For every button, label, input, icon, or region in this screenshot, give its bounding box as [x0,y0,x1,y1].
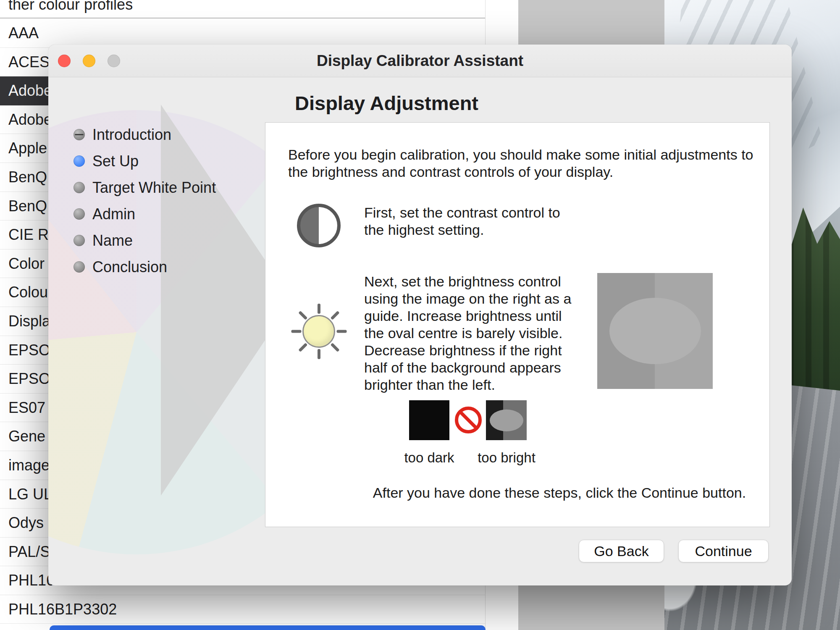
desktop-screen: ther colour profiles AAA ACES Adobe Adob… [0,0,840,630]
contrast-icon [297,204,341,247]
step-name: Name [74,227,216,254]
step-label: Admin [92,205,135,223]
step-pending-bullet-icon [74,261,85,273]
continue-button[interactable]: Continue [678,540,769,562]
step-pending-bullet-icon [74,208,85,220]
close-button[interactable] [58,55,71,67]
too-bright-label: too bright [471,450,542,466]
profiles-header-divider [0,18,485,18]
prohibition-icon [455,407,482,433]
intro-text: Before you begin calibration, you should… [288,146,775,181]
go-back-button[interactable]: Go Back [579,540,664,562]
brightness-guide-image [597,273,713,389]
too-bright-oval [490,410,523,431]
window-titlebar[interactable]: Display Calibrator Assistant [48,45,792,77]
step-conclusion: Conclusion [74,254,216,280]
contrast-instruction: First, set the contrast control to the h… [364,204,574,239]
guide-oval [609,298,701,364]
step-label: Target White Point [92,179,216,197]
step-set-up: Set Up [74,148,216,174]
step-pending-bullet-icon [74,182,85,193]
step-introduction: Introduction [74,121,216,148]
brightness-sun-icon [289,302,348,361]
step-pending-bullet-icon [74,235,85,246]
too-dark-swatch [409,400,449,440]
step-label: Introduction [92,126,171,144]
step-admin: Admin [74,201,216,227]
profile-list-item[interactable]: PHL16B1P3302 [0,595,485,624]
step-done-bullet-icon [74,129,85,140]
window-title: Display Calibrator Assistant [48,45,792,77]
step-label: Set Up [92,152,139,170]
step-label: Name [92,232,133,249]
profiles-section-header: ther colour profiles [8,0,133,13]
too-bright-swatch [486,400,527,440]
minimize-button[interactable] [83,55,95,67]
step-label: Conclusion [92,258,167,276]
step-target-white-point: Target White Point [74,174,216,201]
sun-core [302,315,335,348]
zoom-button [108,55,120,67]
profile-selection-highlight-partial[interactable] [50,625,486,630]
display-calibrator-assistant-window: Display Calibrator Assistant Display Adj… [48,45,792,585]
content-panel: Before you begin calibration, you should… [265,122,770,527]
continue-hint-text: After you have done these steps, click t… [328,485,790,501]
profile-list-item[interactable]: AAA [0,19,485,48]
step-current-bullet-icon [74,155,85,167]
brightness-instruction: Next, set the brightness control using t… [364,273,576,394]
assistant-steps: Introduction Set Up Target White Point A… [74,121,216,280]
too-dark-label: too dark [396,450,463,466]
page-title: Display Adjustment [295,92,478,115]
